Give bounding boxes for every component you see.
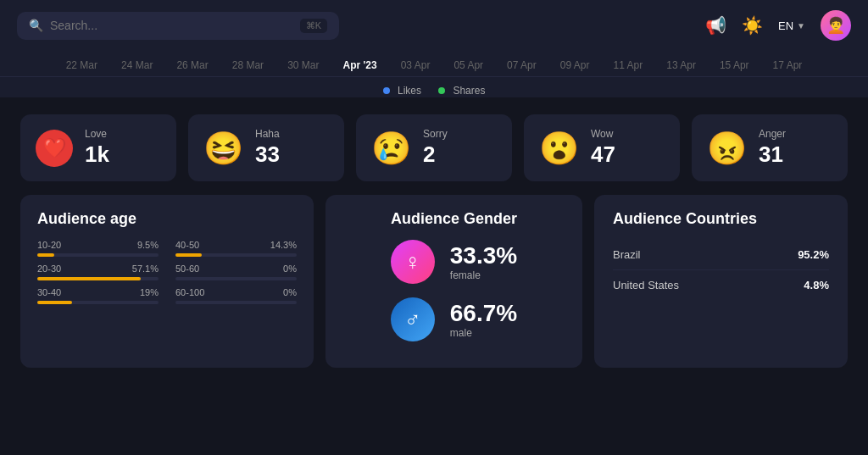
audience-gender-title: Audience Gender xyxy=(391,210,517,228)
language-selector[interactable]: EN ▼ xyxy=(778,19,805,32)
female-percentage: 33.3% xyxy=(450,242,517,269)
age-row: 40-5014.3% xyxy=(175,240,297,257)
age-bar-fill xyxy=(175,253,202,257)
age-bar-fill xyxy=(37,301,72,304)
reaction-info: Love1k xyxy=(85,128,109,168)
age-row-header: 20-3057.1% xyxy=(37,264,159,274)
date-item[interactable]: 24 Mar xyxy=(121,59,153,71)
reaction-card: 😢Sorry2 xyxy=(356,114,512,181)
age-range: 60-100 xyxy=(175,287,204,297)
age-bar-fill xyxy=(37,253,54,257)
age-pct: 0% xyxy=(283,287,297,297)
age-bar-background xyxy=(175,277,297,280)
chart-legend: Likes Shares xyxy=(0,77,868,97)
age-range: 40-50 xyxy=(175,240,199,250)
search-icon: 🔍 xyxy=(29,19,43,32)
reaction-label: Haha xyxy=(255,128,280,140)
audience-age-title: Audience age xyxy=(37,210,297,228)
age-bar-fill xyxy=(37,277,141,280)
reaction-emoji: 😮 xyxy=(539,130,579,167)
age-range: 30-40 xyxy=(37,287,61,297)
reaction-info: Anger31 xyxy=(759,128,786,168)
age-range: 20-30 xyxy=(37,264,61,274)
countries-list: Brazil95.2%United States4.8% xyxy=(613,240,829,300)
date-item[interactable]: 28 Mar xyxy=(232,59,264,71)
date-item[interactable]: 05 Apr xyxy=(453,59,483,71)
reaction-info: Sorry2 xyxy=(423,128,448,168)
age-pct: 57.1% xyxy=(132,264,159,274)
reaction-count: 33 xyxy=(255,141,280,168)
age-row: 10-209.5% xyxy=(37,240,159,257)
avatar[interactable]: 🧑‍🦱 xyxy=(821,10,851,41)
age-grid: 10-209.5%40-5014.3%20-3057.1%50-600%30-4… xyxy=(37,240,297,304)
age-bar-background xyxy=(175,301,297,304)
reaction-emoji: 😆 xyxy=(203,130,243,167)
date-item[interactable]: Apr '23 xyxy=(342,59,376,71)
topbar: 🔍 ⌘K 📢 ☀️ EN ▼ 🧑‍🦱 xyxy=(0,0,868,51)
date-item[interactable]: 26 Mar xyxy=(176,59,208,71)
age-pct: 0% xyxy=(283,264,297,274)
audience-gender-card: Audience Gender ♀ 33.3% female ♂ 66.7% m… xyxy=(326,195,582,368)
reaction-label: Love xyxy=(85,128,109,140)
country-row: United States4.8% xyxy=(613,270,829,300)
likes-legend: Likes xyxy=(383,82,421,97)
reaction-count: 31 xyxy=(759,141,786,168)
age-bar-background xyxy=(37,301,159,304)
topbar-right: 📢 ☀️ EN ▼ 🧑‍🦱 xyxy=(705,10,851,41)
age-pct: 14.3% xyxy=(270,240,297,250)
age-row: 30-4019% xyxy=(37,287,159,304)
audience-age-card: Audience age 10-209.5%40-5014.3%20-3057.… xyxy=(20,195,314,368)
age-range: 50-60 xyxy=(175,264,199,274)
reaction-card: ❤️Love1k xyxy=(20,114,176,181)
date-item[interactable]: 17 Apr xyxy=(773,59,803,71)
reaction-count: 2 xyxy=(423,141,448,168)
country-name: United States xyxy=(613,279,679,291)
age-row: 60-1000% xyxy=(175,287,297,304)
country-percentage: 95.2% xyxy=(798,248,829,261)
theme-toggle-icon[interactable]: ☀️ xyxy=(742,15,763,36)
age-row: 20-3057.1% xyxy=(37,264,159,280)
reaction-label: Sorry xyxy=(423,128,448,140)
keyboard-shortcut-badge: ⌘K xyxy=(300,19,327,33)
reaction-card: 😠Anger31 xyxy=(692,114,848,181)
date-item[interactable]: 09 Apr xyxy=(560,59,590,71)
reaction-count: 1k xyxy=(85,141,109,168)
age-row-header: 60-1000% xyxy=(175,287,297,297)
date-navigation: 22 Mar24 Mar26 Mar28 Mar30 MarApr '2303 … xyxy=(0,51,868,77)
bottom-section: Audience age 10-209.5%40-5014.3%20-3057.… xyxy=(0,195,868,381)
date-item[interactable]: 11 Apr xyxy=(614,59,643,71)
age-row: 50-600% xyxy=(175,264,297,280)
date-item[interactable]: 07 Apr xyxy=(507,59,537,71)
reaction-emoji: 😠 xyxy=(707,130,747,167)
audience-countries-card: Audience Countries Brazil95.2%United Sta… xyxy=(594,195,848,368)
age-range: 10-20 xyxy=(37,240,61,250)
search-bar[interactable]: 🔍 ⌘K xyxy=(17,12,339,40)
country-name: Brazil xyxy=(613,248,641,261)
reaction-emoji: 😢 xyxy=(371,130,411,167)
age-bar-background xyxy=(175,253,297,257)
audience-countries-title: Audience Countries xyxy=(613,210,829,228)
date-item[interactable]: 03 Apr xyxy=(401,59,431,71)
search-input[interactable] xyxy=(50,19,293,32)
female-label: female xyxy=(450,269,517,281)
date-item[interactable]: 15 Apr xyxy=(720,59,749,71)
shares-legend: Shares xyxy=(438,82,485,97)
date-item[interactable]: 22 Mar xyxy=(66,59,97,71)
reaction-info: Wow47 xyxy=(591,128,615,168)
reaction-label: Anger xyxy=(759,128,786,140)
age-bar-background xyxy=(37,277,159,280)
date-item[interactable]: 13 Apr xyxy=(666,59,696,71)
age-row-header: 50-600% xyxy=(175,264,297,274)
reaction-info: Haha33 xyxy=(255,128,280,168)
female-row: ♀ 33.3% female xyxy=(391,240,517,284)
male-row: ♂ 66.7% male xyxy=(391,297,517,341)
reaction-card: 😆Haha33 xyxy=(188,114,344,181)
notification-icon[interactable]: 📢 xyxy=(705,15,726,36)
male-icon: ♂ xyxy=(391,297,435,341)
date-item[interactable]: 30 Mar xyxy=(287,59,319,71)
reaction-label: Wow xyxy=(591,128,615,140)
country-row: Brazil95.2% xyxy=(613,240,829,270)
male-percentage: 66.7% xyxy=(450,300,517,327)
age-row-header: 10-209.5% xyxy=(37,240,159,250)
age-bar-background xyxy=(37,253,159,257)
